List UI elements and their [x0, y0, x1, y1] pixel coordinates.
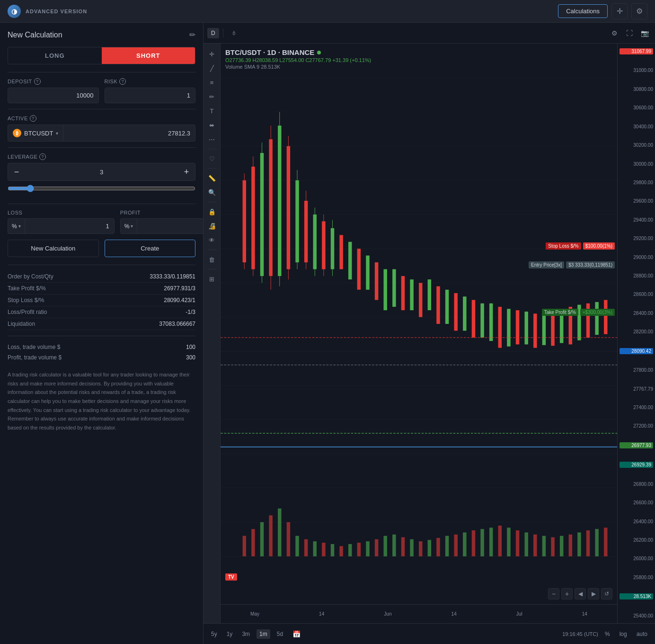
reset-button[interactable]: ↺	[601, 588, 612, 599]
svg-rect-44	[392, 269, 396, 306]
leverage-increase-button[interactable]: +	[178, 163, 195, 180]
eye-tool[interactable]: 👁	[205, 233, 219, 247]
svg-rect-105	[560, 536, 563, 556]
trend-line-tool[interactable]: ╱	[205, 62, 219, 75]
result-row-0: Order by Cost/Qty 3333.33/0.119851	[8, 271, 195, 283]
top-bar: ◑ ADVANCED VERSION Calculations ✛ ⚙	[0, 0, 655, 23]
chart-tools: ✛ ╱ ≡ ✏ T ⬌ ⋯ ♡ 📏 🔍 🔒 🔏 👁 🗑 ⊞	[204, 44, 221, 623]
fullscreen-button[interactable]: ⛶	[623, 27, 636, 40]
svg-rect-39	[348, 242, 352, 279]
chart-settings-button[interactable]: ⚙	[608, 27, 621, 40]
magnet-tool[interactable]: 🔒	[205, 205, 219, 218]
zoom-in-button[interactable]: +	[561, 588, 573, 599]
svg-rect-78	[322, 543, 325, 556]
svg-rect-86	[392, 535, 396, 556]
svg-rect-93	[454, 535, 457, 556]
svg-rect-59	[524, 312, 528, 344]
layers-bottom-tool[interactable]: ⊞	[205, 272, 219, 286]
profit-input[interactable]	[137, 218, 204, 234]
chart-container: BTC/USDT · 1D · BINANCE O27736.39 H28038…	[221, 44, 655, 623]
svg-rect-61	[542, 312, 546, 345]
period-1m[interactable]: 1m	[257, 629, 270, 639]
loss-volume-row: Loss, trade volume $ 100	[8, 342, 195, 352]
drawing-tool[interactable]: ≡	[205, 76, 219, 89]
zoom-out-button[interactable]: −	[548, 588, 559, 599]
date-range-button[interactable]: 📅	[290, 627, 303, 641]
period-3m[interactable]: 3m	[239, 629, 253, 639]
next-button[interactable]: ▶	[588, 588, 599, 599]
lock-tool[interactable]: 🔏	[205, 219, 219, 233]
calculations-button[interactable]: Calculations	[558, 4, 608, 18]
prev-button[interactable]: ◀	[575, 588, 586, 599]
svg-rect-71	[260, 522, 264, 556]
price-26400: 26400.00	[620, 519, 653, 524]
create-button[interactable]: Create	[105, 240, 196, 257]
svg-rect-96	[480, 529, 484, 556]
period-5y[interactable]: 5y	[208, 629, 220, 639]
crosshair-tool[interactable]: ✛	[205, 47, 219, 61]
period-5d[interactable]: 5d	[274, 629, 286, 639]
left-panel: New Calculation ✏ LONG SHORT DEPOSIT ? R…	[0, 23, 204, 644]
svg-rect-97	[489, 528, 493, 556]
svg-rect-68	[604, 300, 607, 334]
candlestick-type-button[interactable]: 🕯	[227, 28, 240, 38]
entry-value: $3 333.33(0,119851)	[566, 261, 615, 268]
scale-log[interactable]: log	[617, 629, 630, 639]
plus-icon: ✛	[617, 7, 623, 16]
text-tool[interactable]: T	[205, 104, 219, 117]
heart-tool[interactable]: ♡	[205, 152, 219, 165]
svg-rect-77	[313, 541, 317, 556]
svg-rect-41	[366, 256, 369, 290]
svg-rect-110	[604, 528, 607, 556]
divider-3	[8, 147, 195, 148]
x-axis: May 14 Jun 14 Jul 14	[221, 604, 617, 623]
deposit-help[interactable]: ?	[34, 78, 41, 85]
risk-help[interactable]: ?	[119, 78, 126, 85]
loss-input[interactable]	[25, 218, 115, 234]
svg-rect-76	[304, 539, 308, 556]
svg-rect-75	[295, 536, 299, 556]
zoom-chart-tool[interactable]: 🔍	[205, 186, 219, 199]
timeframe-d-button[interactable]: D	[207, 28, 219, 38]
svg-rect-88	[410, 539, 413, 556]
leverage-decrease-button[interactable]: −	[8, 163, 25, 180]
price-30400: 30400.00	[620, 124, 653, 129]
settings-button[interactable]: ⚙	[631, 3, 647, 19]
price-30800: 30800.00	[620, 87, 653, 92]
tool-sep-5	[207, 269, 217, 269]
active-help[interactable]: ?	[30, 115, 36, 122]
leverage-slider[interactable]	[8, 185, 195, 192]
take-profit-value: +$300.00(3%)	[580, 309, 615, 316]
ruler-tool[interactable]: 📏	[205, 171, 219, 185]
screenshot-button[interactable]: 📷	[638, 27, 651, 40]
svg-rect-100	[516, 530, 519, 556]
svg-rect-45	[401, 276, 405, 310]
short-button[interactable]: SHORT	[102, 47, 195, 64]
measure-tool[interactable]: ⬌	[205, 118, 219, 132]
svg-rect-106	[569, 535, 572, 556]
asset-price-input[interactable]	[63, 125, 195, 142]
scale-auto[interactable]: auto	[634, 629, 650, 639]
risk-input[interactable]	[105, 88, 196, 103]
leverage-help[interactable]: ?	[39, 153, 46, 160]
edit-icon[interactable]: ✏	[189, 30, 195, 39]
svg-rect-109	[595, 529, 598, 556]
long-button[interactable]: LONG	[8, 47, 102, 64]
loss-type-select[interactable]: % ▾	[8, 218, 25, 234]
delete-tool[interactable]: 🗑	[205, 253, 219, 266]
profit-type-select[interactable]: % ▾	[120, 218, 137, 234]
period-1y[interactable]: 1y	[224, 629, 236, 639]
scale-percent[interactable]: %	[602, 629, 613, 639]
deposit-input[interactable]	[8, 88, 99, 103]
add-button[interactable]: ✛	[611, 3, 628, 19]
svg-rect-80	[339, 546, 343, 556]
profit-volume-row: Profit, trade volume $ 300	[8, 352, 195, 363]
brush-tool[interactable]: ✏	[205, 90, 219, 103]
price-28090: 28090.42	[620, 348, 653, 354]
asset-selector[interactable]: ₿ BTCUSDT ▾	[8, 125, 63, 142]
new-calculation-button[interactable]: New Calculation	[8, 240, 99, 257]
risk-label: RISK ?	[105, 78, 196, 85]
svg-rect-38	[339, 235, 343, 269]
pattern-tool[interactable]: ⋯	[205, 133, 219, 146]
svg-rect-40	[357, 249, 361, 290]
